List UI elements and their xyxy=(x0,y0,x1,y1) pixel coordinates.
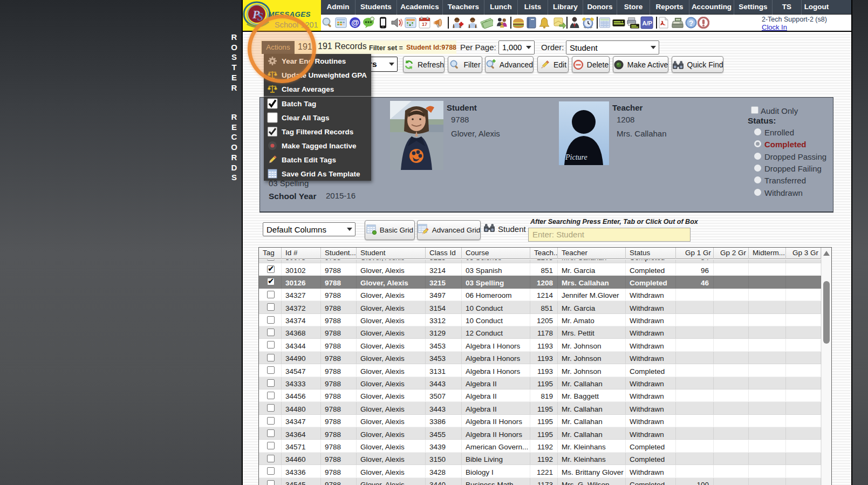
time-clock-icon[interactable] xyxy=(582,16,594,29)
menu-item-year-end-routines[interactable]: Year End Routines xyxy=(264,54,371,68)
nav-item-donors[interactable]: Donors xyxy=(583,0,617,15)
grid-row-34456[interactable]: 344569788Glover, Alexis3507Algebra II819… xyxy=(259,390,821,402)
grid-row-34547[interactable]: 345479788Glover, Alexis3131Algebra I Hon… xyxy=(259,364,821,377)
check-printing-icon[interactable] xyxy=(626,16,639,29)
column-header-class-id[interactable]: Class Id xyxy=(426,248,462,259)
audit-only-checkbox[interactable] xyxy=(751,106,758,114)
grid-row-34490[interactable]: 344909788Glover, Alexis3453Algebra I Hon… xyxy=(259,352,821,364)
search-icon[interactable] xyxy=(321,16,334,29)
student-photo[interactable] xyxy=(390,101,443,170)
status-radio-enrolled[interactable] xyxy=(754,128,761,135)
refresh-button[interactable]: Refresh xyxy=(403,56,445,73)
filter-button[interactable]: Filter xyxy=(448,56,482,73)
column-header-tag[interactable]: Tag xyxy=(259,248,282,259)
nav-item-teachers[interactable]: Teachers xyxy=(443,0,484,15)
actions-menu-button[interactable]: Actions xyxy=(262,41,295,54)
grid-row-34333[interactable]: 343339788Glover, Alexis3443Algebra II119… xyxy=(259,377,821,390)
basic-grid-button[interactable]: Basic Grid xyxy=(365,220,415,240)
nav-item-students[interactable]: Students xyxy=(356,0,397,15)
date-calendar-icon[interactable]: 17 xyxy=(418,16,431,29)
column-header-gp-1-gr[interactable]: Gp 1 Gr xyxy=(676,248,714,259)
menu-item-update-unweighted-gpa[interactable]: Update Unweighted GPA xyxy=(264,68,371,82)
parent-icon[interactable] xyxy=(466,16,479,29)
menu-item-tag-filtered-records[interactable]: Tag Filtered Records xyxy=(264,125,371,139)
column-header-gp-2-gr[interactable]: Gp 2 Gr xyxy=(714,248,749,259)
advanced-grid-button[interactable]: Advanced Grid xyxy=(417,220,481,240)
advanced-button[interactable]: Advanced xyxy=(485,56,534,73)
tag-checkbox[interactable] xyxy=(267,265,275,273)
tag-checkbox[interactable] xyxy=(267,392,275,399)
tag-checkbox[interactable] xyxy=(267,354,275,361)
tag-checkbox[interactable] xyxy=(267,467,275,475)
column-header-midterm-[interactable]: Midterm... xyxy=(749,248,786,259)
payments-icon[interactable] xyxy=(480,16,493,29)
column-header-status[interactable]: Status xyxy=(626,248,676,259)
menu-item-make-tagged-inactive[interactable]: Make Tagged Inactive xyxy=(264,139,371,153)
family-icon[interactable] xyxy=(496,16,509,29)
nav-item-academics[interactable]: Academics xyxy=(397,0,443,15)
nav-item-settings[interactable]: Settings xyxy=(734,0,773,15)
grid-row-34372[interactable]: 343729788Glover, Alexis315410 Conduct851… xyxy=(259,301,821,313)
lunch-icon[interactable] xyxy=(512,16,525,29)
grid-row-34368[interactable]: 343689788Glover, Alexis312912 Conduct117… xyxy=(259,326,821,339)
status-radio-dropped-passing[interactable] xyxy=(754,153,761,160)
tag-checkbox[interactable] xyxy=(267,278,275,285)
gradebook-icon[interactable] xyxy=(525,16,538,29)
per-page-select[interactable]: 1,000 xyxy=(498,40,535,54)
nav-item-store[interactable]: Store xyxy=(617,0,650,15)
nav-item-lists[interactable]: Lists xyxy=(518,0,548,15)
teacher-photo-placeholder[interactable]: Picture xyxy=(559,101,609,165)
grid-row-34336[interactable]: 343369788Glover, Alexis3428Biology I1221… xyxy=(259,465,821,477)
make-active-button[interactable]: Make Active xyxy=(613,56,668,73)
email-icon[interactable]: @ xyxy=(348,16,361,29)
status-radio-withdrawn[interactable] xyxy=(754,189,761,196)
tag-checkbox[interactable] xyxy=(267,442,275,449)
accounts-payable-icon[interactable]: A/P xyxy=(640,16,653,29)
menu-item-batch-edit-tags[interactable]: Batch Edit Tags xyxy=(264,153,371,167)
schedule-calendar-icon[interactable] xyxy=(404,16,417,29)
status-radio-transferred[interactable] xyxy=(754,176,761,183)
nav-item-admin[interactable]: Admin xyxy=(321,0,356,15)
grid-row-30102[interactable]: 301029788Glover, Alexis321403 Spanish851… xyxy=(259,263,821,276)
payroll-card-icon[interactable] xyxy=(612,16,625,29)
scrollbar-thumb[interactable] xyxy=(823,281,830,344)
tag-checkbox[interactable] xyxy=(267,429,275,437)
blocked-icon[interactable] xyxy=(697,16,710,29)
megaphone-icon[interactable] xyxy=(433,16,446,29)
grid-row-34545[interactable]: 345459788Glover, Alexis3440Business Math… xyxy=(259,478,821,485)
tag-checkbox[interactable] xyxy=(267,341,275,349)
grid-row-34347[interactable]: 343479788Glover, Alexis3386Algebra II Ho… xyxy=(259,415,821,427)
help-icon[interactable]: ? xyxy=(685,16,698,29)
cash-register-icon[interactable] xyxy=(671,16,684,29)
tag-checkbox[interactable] xyxy=(267,455,275,462)
nav-item-ts[interactable]: TS xyxy=(773,0,802,15)
tag-checkbox[interactable] xyxy=(267,329,275,336)
order-select[interactable]: Student xyxy=(566,40,659,54)
dashboard-calendar-icon[interactable] xyxy=(334,16,347,29)
tag-checkbox[interactable] xyxy=(267,366,275,374)
nav-item-library[interactable]: Library xyxy=(548,0,583,15)
columns-select[interactable]: Default Columns xyxy=(263,222,356,236)
column-header-gp-3-gr[interactable]: Gp 3 Gr xyxy=(786,248,821,259)
tag-checkbox[interactable] xyxy=(267,291,275,298)
status-radio-completed[interactable] xyxy=(754,140,761,147)
grid-row-34344[interactable]: 343449788Glover, Alexis3453Algebra I Hon… xyxy=(259,339,821,351)
alerts-bell-icon[interactable] xyxy=(538,16,551,29)
staff-icon[interactable] xyxy=(568,16,581,29)
column-header-id-[interactable]: Id # xyxy=(282,248,321,259)
grid-scrollbar[interactable] xyxy=(821,248,831,485)
report-table-icon[interactable] xyxy=(598,16,611,29)
menu-item-clear-all-tags[interactable]: Clear All Tags xyxy=(264,111,371,125)
nav-item-accounting[interactable]: Accounting xyxy=(689,0,734,15)
chat-icon[interactable] xyxy=(363,16,375,29)
nav-item-reports[interactable]: Reports xyxy=(650,0,689,15)
app-logo[interactable]: P S MESSAGES School 1201 xyxy=(243,0,321,31)
edit-button[interactable]: Edit xyxy=(537,56,569,73)
tag-checkbox[interactable] xyxy=(267,316,275,324)
tag-checkbox[interactable] xyxy=(267,379,275,387)
column-header-teacher[interactable]: Teacher xyxy=(558,248,626,259)
column-header-course[interactable]: Course xyxy=(462,248,530,259)
tag-checkbox[interactable] xyxy=(267,303,275,311)
column-header-student[interactable]: Student xyxy=(357,248,426,259)
nav-item-logout[interactable]: Logout xyxy=(802,0,831,15)
